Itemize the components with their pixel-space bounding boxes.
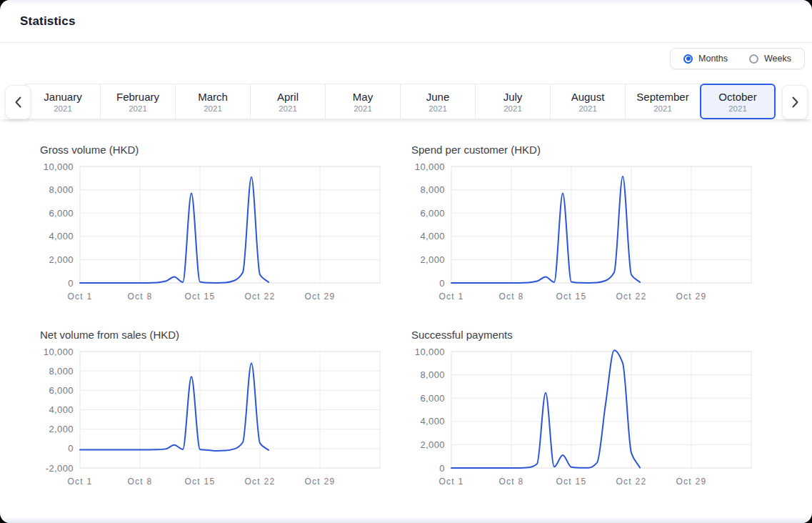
toggle-option-weeks[interactable]: Weeks [749, 54, 791, 64]
month-year: 2021 [279, 104, 297, 113]
chart-successful-payments: Successful payments02,0004,0006,0008,000… [411, 329, 753, 494]
line-series [80, 177, 269, 283]
chart-net-volume: Net volume from sales (HKD)-2,00002,0004… [39, 329, 382, 494]
month-name: June [426, 91, 450, 104]
chart-title-successful-payments: Successful payments [411, 329, 753, 341]
y-tick-label: 2,000 [420, 439, 445, 450]
y-tick-label: 8,000 [420, 184, 445, 195]
month-card-september[interactable]: September 2021 [625, 84, 701, 119]
x-tick-label: Oct 1 [438, 292, 463, 302]
month-name: September [636, 91, 688, 104]
chart-plot-spend-per-customer: 02,0004,0006,0008,00010,000Oct 1Oct 8Oct… [411, 163, 753, 306]
month-name: May [353, 91, 373, 104]
month-card-march[interactable]: March 2021 [175, 84, 251, 119]
month-card-april[interactable]: April 2021 [250, 84, 326, 119]
y-axis-labels: 02,0004,0006,0008,00010,000 [44, 163, 74, 289]
month-card-july[interactable]: July 2021 [475, 84, 551, 119]
x-tick-label: Oct 22 [616, 292, 646, 302]
month-year: 2021 [354, 104, 372, 113]
x-tick-label: Oct 8 [127, 477, 152, 487]
month-carousel: January 2021 February 2021 March 2021 Ap… [0, 84, 812, 119]
y-tick-label: 6,000 [49, 208, 74, 219]
x-axis-labels: Oct 1Oct 8Oct 15Oct 22Oct 29 [438, 477, 706, 487]
chart-title-gross-volume: Gross volume (HKD) [40, 144, 382, 156]
y-axis-labels: 02,0004,0006,0008,00010,000 [415, 348, 445, 474]
month-card-january[interactable]: January 2021 [25, 84, 101, 119]
month-card-august[interactable]: August 2021 [550, 84, 626, 119]
x-tick-label: Oct 1 [438, 477, 463, 487]
x-tick-label: Oct 22 [244, 477, 275, 487]
month-card-october[interactable]: October 2021 [700, 84, 776, 119]
plot-border [451, 352, 751, 468]
toggle-option-months[interactable]: Months [683, 54, 728, 64]
y-tick-label: 10,000 [415, 348, 445, 357]
x-tick-label: Oct 1 [67, 477, 92, 487]
y-tick-label: 2,000 [49, 424, 74, 434]
chevron-left-icon [15, 96, 21, 108]
y-tick-label: -2,000 [46, 463, 74, 474]
x-axis-labels: Oct 1Oct 8Oct 15Oct 22Oct 29 [67, 292, 335, 302]
toggle-option-label: Weeks [764, 54, 791, 64]
y-axis-labels: -2,00002,0004,0006,0008,00010,000 [44, 348, 74, 474]
header: Statistics [0, 0, 812, 43]
y-tick-label: 0 [68, 443, 74, 454]
carousel-next-button[interactable] [782, 85, 808, 119]
toolbar: Months Weeks [0, 43, 812, 74]
gridlines [80, 166, 380, 283]
x-tick-label: Oct 29 [676, 292, 706, 302]
y-tick-label: 4,000 [49, 404, 74, 415]
x-tick-label: Oct 29 [304, 292, 335, 302]
chart-title-net-volume: Net volume from sales (HKD) [40, 329, 382, 341]
carousel-prev-button[interactable] [5, 85, 31, 119]
toggle-option-label: Months [698, 54, 728, 64]
chart-plot-net-volume: -2,00002,0004,0006,0008,00010,000Oct 1Oc… [39, 348, 382, 491]
plot-border [80, 166, 380, 283]
x-tick-label: Oct 8 [127, 292, 152, 302]
charts-grid: Gross volume (HKD)02,0004,0006,0008,0001… [0, 119, 812, 494]
y-tick-label: 8,000 [49, 366, 74, 377]
month-year: 2021 [204, 104, 222, 113]
month-name: April [277, 91, 299, 104]
chart-title-spend-per-customer: Spend per customer (HKD) [411, 144, 753, 156]
x-tick-label: Oct 15 [184, 292, 215, 302]
month-year: 2021 [728, 104, 747, 113]
month-year: 2021 [54, 104, 72, 113]
y-tick-label: 4,000 [49, 231, 74, 241]
chart-plot-successful-payments: 02,0004,0006,0008,00010,000Oct 1Oct 8Oct… [411, 348, 753, 491]
y-tick-label: 10,000 [415, 163, 445, 172]
y-tick-label: 0 [68, 278, 74, 289]
y-tick-label: 6,000 [420, 208, 445, 219]
month-year: 2021 [578, 104, 597, 113]
month-name: August [571, 91, 605, 104]
month-card-may[interactable]: May 2021 [325, 84, 401, 119]
y-tick-label: 2,000 [420, 254, 445, 265]
gridlines [451, 166, 751, 283]
y-tick-label: 6,000 [49, 385, 74, 396]
gridlines [451, 352, 751, 468]
y-tick-label: 10,000 [44, 163, 74, 172]
page-title: Statistics [20, 14, 76, 29]
x-tick-label: Oct 8 [498, 292, 523, 302]
month-year: 2021 [653, 104, 672, 113]
x-tick-label: Oct 29 [676, 477, 706, 487]
y-tick-label: 10,000 [44, 348, 74, 357]
month-card-february[interactable]: February 2021 [100, 84, 176, 119]
x-tick-label: Oct 15 [556, 292, 586, 302]
month-strip: January 2021 February 2021 March 2021 Ap… [25, 84, 812, 119]
period-toggle: Months Weeks [670, 48, 805, 69]
x-tick-label: Oct 8 [498, 477, 523, 487]
chart-spend-per-customer: Spend per customer (HKD)02,0004,0006,000… [411, 144, 753, 309]
month-year: 2021 [428, 104, 447, 113]
x-tick-label: Oct 22 [244, 292, 275, 302]
x-tick-label: Oct 15 [184, 477, 215, 487]
y-tick-label: 8,000 [420, 369, 445, 380]
plot-border [451, 166, 751, 283]
y-tick-label: 2,000 [49, 254, 74, 265]
month-year: 2021 [129, 104, 147, 113]
line-series [451, 350, 640, 468]
x-axis-labels: Oct 1Oct 8Oct 15Oct 22Oct 29 [67, 477, 335, 487]
month-name: July [503, 91, 523, 104]
line-series [80, 363, 269, 451]
month-card-june[interactable]: June 2021 [400, 84, 476, 119]
y-tick-label: 8,000 [49, 184, 74, 195]
